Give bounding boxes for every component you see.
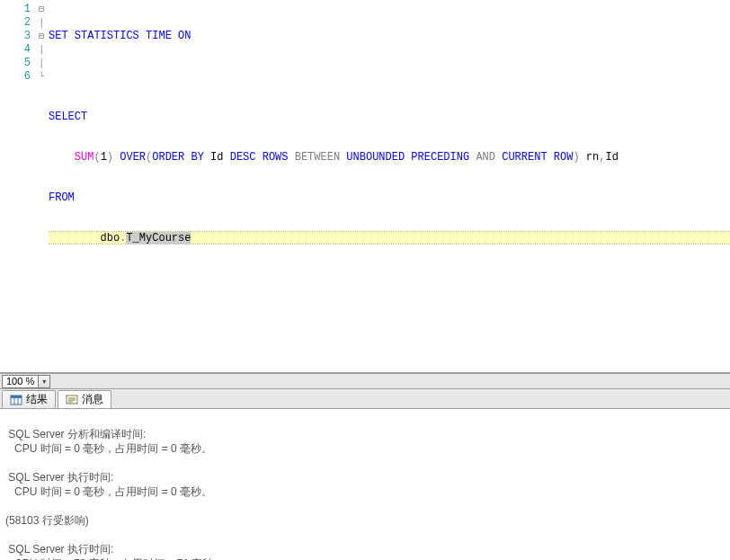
zoom-toolbar: 100 % ▼ (0, 373, 730, 389)
fold-toggle-icon[interactable]: ⊟ (36, 3, 47, 16)
message-line: CPU 时间 = 0 毫秒，占用时间 = 0 毫秒。 (5, 485, 212, 498)
line-number: 1 (13, 3, 31, 16)
grid-icon (10, 394, 22, 406)
code-line[interactable]: dbo.T_MyCourse (49, 231, 730, 244)
fold-margin[interactable]: ⊟ │ ⊟ │ │ └ (36, 0, 47, 372)
tab-label: 消息 (82, 392, 103, 407)
code-line[interactable]: SUM(1) OVER(ORDER BY Id DESC ROWS BETWEE… (49, 151, 730, 164)
results-tabs: 结果 消息 (0, 389, 730, 409)
line-number: 6 (13, 70, 31, 84)
messages-icon (66, 394, 78, 406)
tab-messages[interactable]: 消息 (58, 390, 111, 408)
zoom-dropdown-button[interactable]: ▼ (39, 375, 50, 388)
fold-toggle-icon[interactable]: ⊟ (36, 30, 47, 43)
code-text-area[interactable]: SET STATISTICS TIME ON SELECT SUM(1) OVE… (47, 0, 730, 372)
line-number: 2 (13, 16, 31, 30)
selected-text[interactable]: T_MyCourse (126, 232, 191, 244)
tab-label: 结果 (26, 392, 48, 407)
line-number: 5 (13, 57, 31, 70)
code-line[interactable]: SET STATISTICS TIME ON (49, 30, 730, 43)
code-line[interactable]: FROM (49, 191, 730, 205)
line-number-gutter: 1 2 3 4 5 6 (0, 0, 36, 372)
sql-editor-pane[interactable]: 1 2 3 4 5 6 ⊟ │ ⊟ │ │ └ SET STATISTICS T… (0, 0, 730, 373)
code-line[interactable] (49, 70, 730, 84)
svg-rect-1 (11, 396, 22, 398)
code-line[interactable]: SELECT (49, 111, 730, 124)
message-line: SQL Server 执行时间: (5, 543, 113, 556)
message-line: CPU 时间 = 0 毫秒，占用时间 = 0 毫秒。 (5, 442, 212, 455)
message-line: SQL Server 分析和编译时间: (5, 428, 146, 440)
line-number: 4 (13, 43, 31, 57)
message-line: (58103 行受影响) (5, 514, 89, 527)
line-number: 3 (13, 30, 31, 43)
message-line: SQL Server 执行时间: (5, 471, 113, 484)
zoom-value[interactable]: 100 % (2, 375, 39, 388)
tab-results[interactable]: 结果 (2, 390, 56, 408)
messages-output-pane[interactable]: SQL Server 分析和编译时间: CPU 时间 = 0 毫秒，占用时间 =… (0, 409, 730, 560)
